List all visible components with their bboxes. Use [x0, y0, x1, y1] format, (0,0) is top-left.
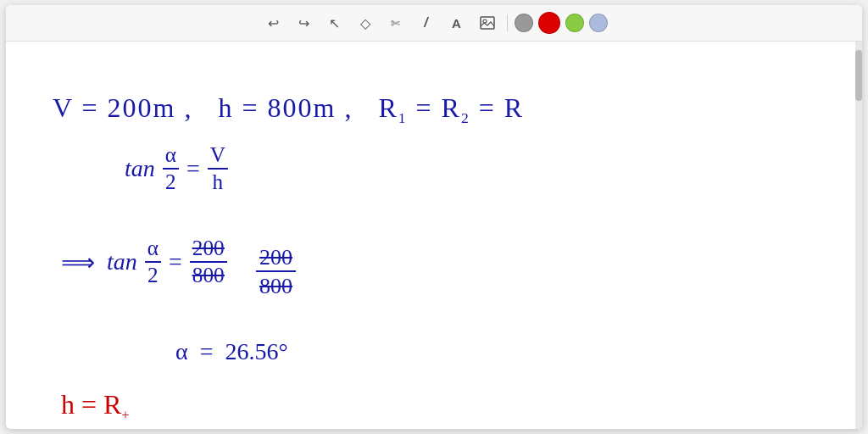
undo-button[interactable]: ↩ — [261, 10, 287, 36]
eraser-tool-button[interactable]: ✄ — [383, 10, 409, 36]
fraction-200-800: 200 800 — [256, 245, 296, 301]
select-tool-button[interactable]: ↖ — [322, 10, 348, 36]
color-blue-gray[interactable] — [589, 14, 608, 32]
pen-tool-button[interactable]: / — [414, 10, 439, 36]
toolbar-separator — [507, 14, 508, 31]
equation-line5: h = R+ — [61, 389, 129, 423]
equation-line4: α = 26.56° — [175, 338, 288, 365]
scrollbar[interactable] — [855, 42, 862, 429]
svg-rect-0 — [481, 17, 494, 29]
equation-line3: ⟹ tan α 2 = 200 800 — [61, 236, 230, 287]
shape-tool-button[interactable]: ◇ — [353, 10, 378, 36]
redo-button[interactable]: ↪ — [292, 10, 317, 36]
equation-line2: tan α 2 = V h — [125, 143, 231, 194]
equation-line1: V = 200m , h = 800m , R1 = R2 = R — [53, 92, 524, 127]
canvas-area[interactable]: V = 200m , h = 800m , R1 = R2 = R tan α … — [6, 42, 862, 429]
color-red[interactable] — [538, 12, 560, 34]
app-window: ↩ ↪ ↖ ◇ ✄ / A V = 200m , h = 800m , R1 =… — [6, 5, 862, 429]
svg-point-1 — [483, 19, 487, 23]
color-green[interactable] — [565, 14, 584, 32]
color-gray[interactable] — [515, 14, 533, 32]
text-tool-button[interactable]: A — [444, 10, 470, 36]
scrollbar-thumb[interactable] — [855, 50, 862, 101]
toolbar: ↩ ↪ ↖ ◇ ✄ / A — [6, 5, 862, 42]
math-content: V = 200m , h = 800m , R1 = R2 = R tan α … — [6, 42, 862, 429]
image-tool-button[interactable] — [475, 10, 500, 36]
